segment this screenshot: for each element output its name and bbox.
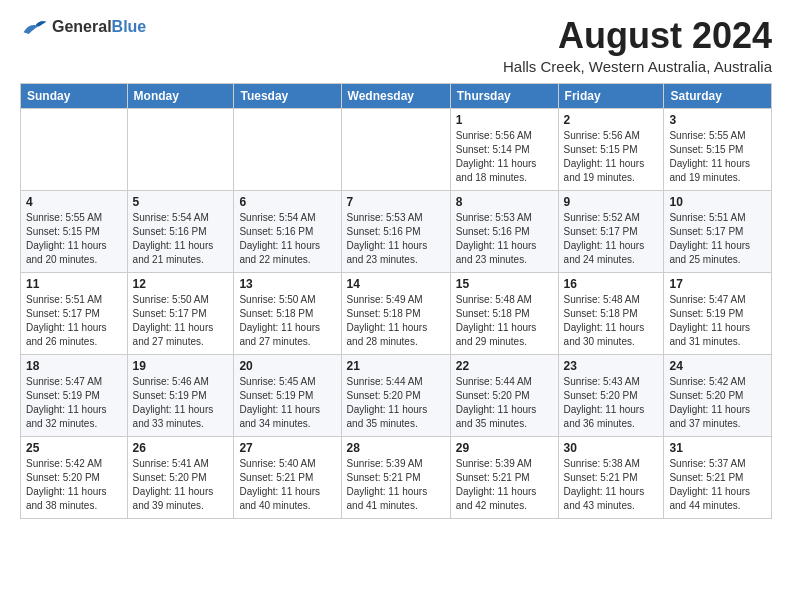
day-number: 13	[239, 277, 335, 291]
calendar-week-5: 25Sunrise: 5:42 AM Sunset: 5:20 PM Dayli…	[21, 436, 772, 518]
calendar-cell: 31Sunrise: 5:37 AM Sunset: 5:21 PM Dayli…	[664, 436, 772, 518]
day-info: Sunrise: 5:39 AM Sunset: 5:21 PM Dayligh…	[456, 457, 553, 513]
day-number: 27	[239, 441, 335, 455]
day-number: 8	[456, 195, 553, 209]
day-number: 12	[133, 277, 229, 291]
day-number: 11	[26, 277, 122, 291]
day-number: 30	[564, 441, 659, 455]
calendar-cell: 8Sunrise: 5:53 AM Sunset: 5:16 PM Daylig…	[450, 190, 558, 272]
day-number: 3	[669, 113, 766, 127]
calendar-cell: 24Sunrise: 5:42 AM Sunset: 5:20 PM Dayli…	[664, 354, 772, 436]
day-number: 9	[564, 195, 659, 209]
day-info: Sunrise: 5:44 AM Sunset: 5:20 PM Dayligh…	[456, 375, 553, 431]
calendar-cell: 15Sunrise: 5:48 AM Sunset: 5:18 PM Dayli…	[450, 272, 558, 354]
calendar-cell: 10Sunrise: 5:51 AM Sunset: 5:17 PM Dayli…	[664, 190, 772, 272]
calendar-cell: 14Sunrise: 5:49 AM Sunset: 5:18 PM Dayli…	[341, 272, 450, 354]
weekday-header-row: SundayMondayTuesdayWednesdayThursdayFrid…	[21, 83, 772, 108]
calendar-week-2: 4Sunrise: 5:55 AM Sunset: 5:15 PM Daylig…	[21, 190, 772, 272]
calendar-cell: 2Sunrise: 5:56 AM Sunset: 5:15 PM Daylig…	[558, 108, 664, 190]
calendar-cell	[127, 108, 234, 190]
day-info: Sunrise: 5:41 AM Sunset: 5:20 PM Dayligh…	[133, 457, 229, 513]
day-number: 5	[133, 195, 229, 209]
day-info: Sunrise: 5:51 AM Sunset: 5:17 PM Dayligh…	[26, 293, 122, 349]
day-info: Sunrise: 5:52 AM Sunset: 5:17 PM Dayligh…	[564, 211, 659, 267]
day-info: Sunrise: 5:56 AM Sunset: 5:15 PM Dayligh…	[564, 129, 659, 185]
day-number: 19	[133, 359, 229, 373]
calendar-cell: 16Sunrise: 5:48 AM Sunset: 5:18 PM Dayli…	[558, 272, 664, 354]
location: Halls Creek, Western Australia, Australi…	[503, 58, 772, 75]
calendar-cell: 5Sunrise: 5:54 AM Sunset: 5:16 PM Daylig…	[127, 190, 234, 272]
day-info: Sunrise: 5:55 AM Sunset: 5:15 PM Dayligh…	[26, 211, 122, 267]
day-info: Sunrise: 5:38 AM Sunset: 5:21 PM Dayligh…	[564, 457, 659, 513]
weekday-header-friday: Friday	[558, 83, 664, 108]
day-info: Sunrise: 5:37 AM Sunset: 5:21 PM Dayligh…	[669, 457, 766, 513]
day-number: 4	[26, 195, 122, 209]
day-info: Sunrise: 5:45 AM Sunset: 5:19 PM Dayligh…	[239, 375, 335, 431]
calendar-cell: 6Sunrise: 5:54 AM Sunset: 5:16 PM Daylig…	[234, 190, 341, 272]
weekday-header-saturday: Saturday	[664, 83, 772, 108]
logo: GeneralBlue	[20, 16, 146, 38]
day-info: Sunrise: 5:46 AM Sunset: 5:19 PM Dayligh…	[133, 375, 229, 431]
day-info: Sunrise: 5:50 AM Sunset: 5:18 PM Dayligh…	[239, 293, 335, 349]
day-number: 1	[456, 113, 553, 127]
day-number: 14	[347, 277, 445, 291]
calendar-cell: 17Sunrise: 5:47 AM Sunset: 5:19 PM Dayli…	[664, 272, 772, 354]
day-number: 6	[239, 195, 335, 209]
day-info: Sunrise: 5:50 AM Sunset: 5:17 PM Dayligh…	[133, 293, 229, 349]
logo-blue: Blue	[112, 18, 147, 35]
weekday-header-tuesday: Tuesday	[234, 83, 341, 108]
day-number: 21	[347, 359, 445, 373]
calendar-cell: 20Sunrise: 5:45 AM Sunset: 5:19 PM Dayli…	[234, 354, 341, 436]
calendar-cell: 4Sunrise: 5:55 AM Sunset: 5:15 PM Daylig…	[21, 190, 128, 272]
day-info: Sunrise: 5:55 AM Sunset: 5:15 PM Dayligh…	[669, 129, 766, 185]
day-number: 20	[239, 359, 335, 373]
day-number: 24	[669, 359, 766, 373]
calendar-cell: 19Sunrise: 5:46 AM Sunset: 5:19 PM Dayli…	[127, 354, 234, 436]
calendar-week-4: 18Sunrise: 5:47 AM Sunset: 5:19 PM Dayli…	[21, 354, 772, 436]
day-number: 18	[26, 359, 122, 373]
title-block: August 2024 Halls Creek, Western Austral…	[503, 16, 772, 75]
calendar-cell: 1Sunrise: 5:56 AM Sunset: 5:14 PM Daylig…	[450, 108, 558, 190]
day-number: 29	[456, 441, 553, 455]
day-info: Sunrise: 5:40 AM Sunset: 5:21 PM Dayligh…	[239, 457, 335, 513]
calendar: SundayMondayTuesdayWednesdayThursdayFrid…	[20, 83, 772, 519]
calendar-cell: 18Sunrise: 5:47 AM Sunset: 5:19 PM Dayli…	[21, 354, 128, 436]
weekday-header-wednesday: Wednesday	[341, 83, 450, 108]
calendar-cell: 13Sunrise: 5:50 AM Sunset: 5:18 PM Dayli…	[234, 272, 341, 354]
day-number: 28	[347, 441, 445, 455]
day-number: 15	[456, 277, 553, 291]
logo-general: General	[52, 18, 112, 35]
day-info: Sunrise: 5:53 AM Sunset: 5:16 PM Dayligh…	[456, 211, 553, 267]
calendar-week-1: 1Sunrise: 5:56 AM Sunset: 5:14 PM Daylig…	[21, 108, 772, 190]
calendar-cell: 21Sunrise: 5:44 AM Sunset: 5:20 PM Dayli…	[341, 354, 450, 436]
day-info: Sunrise: 5:42 AM Sunset: 5:20 PM Dayligh…	[26, 457, 122, 513]
day-number: 10	[669, 195, 766, 209]
calendar-cell: 7Sunrise: 5:53 AM Sunset: 5:16 PM Daylig…	[341, 190, 450, 272]
calendar-cell: 26Sunrise: 5:41 AM Sunset: 5:20 PM Dayli…	[127, 436, 234, 518]
weekday-header-monday: Monday	[127, 83, 234, 108]
day-info: Sunrise: 5:44 AM Sunset: 5:20 PM Dayligh…	[347, 375, 445, 431]
weekday-header-sunday: Sunday	[21, 83, 128, 108]
day-number: 17	[669, 277, 766, 291]
day-info: Sunrise: 5:47 AM Sunset: 5:19 PM Dayligh…	[26, 375, 122, 431]
header: GeneralBlue August 2024 Halls Creek, Wes…	[20, 16, 772, 75]
day-info: Sunrise: 5:54 AM Sunset: 5:16 PM Dayligh…	[239, 211, 335, 267]
calendar-cell: 9Sunrise: 5:52 AM Sunset: 5:17 PM Daylig…	[558, 190, 664, 272]
day-number: 23	[564, 359, 659, 373]
day-info: Sunrise: 5:48 AM Sunset: 5:18 PM Dayligh…	[456, 293, 553, 349]
day-info: Sunrise: 5:51 AM Sunset: 5:17 PM Dayligh…	[669, 211, 766, 267]
day-number: 25	[26, 441, 122, 455]
calendar-cell: 22Sunrise: 5:44 AM Sunset: 5:20 PM Dayli…	[450, 354, 558, 436]
day-info: Sunrise: 5:54 AM Sunset: 5:16 PM Dayligh…	[133, 211, 229, 267]
day-info: Sunrise: 5:48 AM Sunset: 5:18 PM Dayligh…	[564, 293, 659, 349]
logo-text: GeneralBlue	[52, 18, 146, 36]
day-info: Sunrise: 5:56 AM Sunset: 5:14 PM Dayligh…	[456, 129, 553, 185]
calendar-cell: 11Sunrise: 5:51 AM Sunset: 5:17 PM Dayli…	[21, 272, 128, 354]
day-number: 31	[669, 441, 766, 455]
day-info: Sunrise: 5:49 AM Sunset: 5:18 PM Dayligh…	[347, 293, 445, 349]
day-info: Sunrise: 5:42 AM Sunset: 5:20 PM Dayligh…	[669, 375, 766, 431]
day-number: 7	[347, 195, 445, 209]
day-info: Sunrise: 5:47 AM Sunset: 5:19 PM Dayligh…	[669, 293, 766, 349]
calendar-cell: 12Sunrise: 5:50 AM Sunset: 5:17 PM Dayli…	[127, 272, 234, 354]
calendar-cell: 30Sunrise: 5:38 AM Sunset: 5:21 PM Dayli…	[558, 436, 664, 518]
